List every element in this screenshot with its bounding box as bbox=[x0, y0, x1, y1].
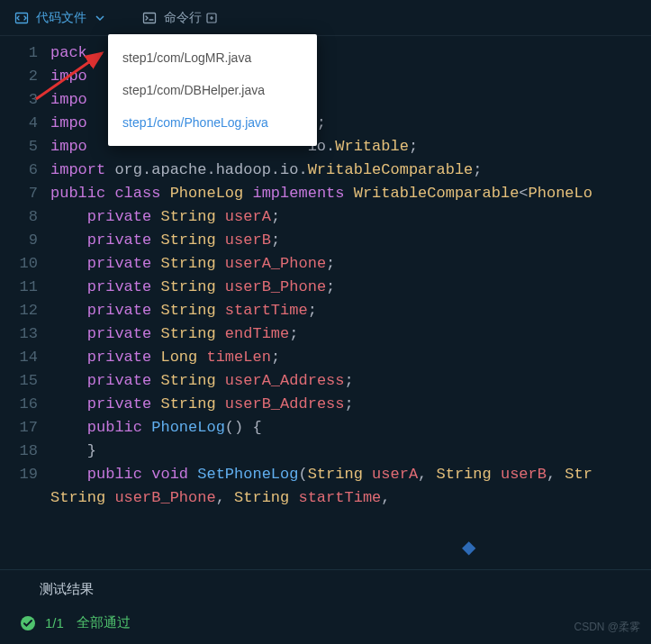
chevron-down-icon bbox=[95, 11, 104, 25]
new-tab-icon[interactable] bbox=[205, 11, 220, 25]
tab-bar: 代码文件 命令行 bbox=[0, 0, 651, 36]
line-number: 5 bbox=[0, 135, 38, 159]
code-line[interactable]: public PhoneLog() { bbox=[50, 416, 651, 440]
line-number: 18 bbox=[0, 440, 38, 463]
results-bar[interactable]: 测试结果 bbox=[0, 569, 651, 605]
line-number: 19 bbox=[0, 463, 38, 486]
line-number: 12 bbox=[0, 299, 38, 322]
code-line[interactable]: private String userA_Address; bbox=[50, 369, 651, 393]
footer: 测试结果 1/1 全部通过 CSDN @柔雾 bbox=[0, 569, 651, 644]
status-bar: 1/1 全部通过 CSDN @柔雾 bbox=[0, 605, 651, 644]
svg-rect-1 bbox=[144, 13, 156, 23]
code-line[interactable]: private String startTime; bbox=[50, 299, 651, 322]
code-line[interactable]: private String userB_Address; bbox=[50, 393, 651, 416]
line-gutter: 12345678910111213141516171819 bbox=[0, 36, 50, 554]
dropdown-item-0[interactable]: step1/com/LogMR.java bbox=[108, 41, 317, 74]
line-number: 15 bbox=[0, 369, 38, 393]
line-number: 11 bbox=[0, 276, 38, 299]
code-line[interactable]: String userB_Phone, String startTime, bbox=[50, 486, 651, 510]
line-number: 8 bbox=[0, 205, 38, 229]
line-number: 3 bbox=[0, 88, 38, 112]
code-line[interactable]: private String endTime; bbox=[50, 322, 651, 346]
code-line[interactable]: public class PhoneLog implements Writabl… bbox=[50, 182, 651, 205]
code-line[interactable]: private String userA; bbox=[50, 205, 651, 229]
code-editor[interactable]: 12345678910111213141516171819 packimpoim… bbox=[0, 36, 651, 554]
code-line[interactable]: } bbox=[50, 440, 651, 463]
code-line[interactable]: public void SetPhoneLog(String userA, St… bbox=[50, 463, 651, 486]
code-icon bbox=[14, 11, 29, 25]
check-circle-icon bbox=[20, 615, 36, 631]
line-number: 17 bbox=[0, 416, 38, 440]
dropdown-item-2[interactable]: step1/com/PhoneLog.java bbox=[108, 106, 317, 139]
line-number: 4 bbox=[0, 112, 38, 135]
code-line[interactable]: private String userA_Phone; bbox=[50, 252, 651, 276]
line-number bbox=[0, 486, 38, 510]
code-line[interactable]: import org.apache.hadoop.io.WritableComp… bbox=[50, 159, 651, 182]
test-score: 1/1 bbox=[45, 615, 64, 630]
line-number: 9 bbox=[0, 229, 38, 252]
file-dropdown: step1/com/LogMR.java step1/com/DBHelper.… bbox=[108, 34, 317, 146]
code-line[interactable]: private Long timeLen; bbox=[50, 346, 651, 369]
code-line[interactable]: private String userB_Phone; bbox=[50, 276, 651, 299]
tab-code-label: 代码文件 bbox=[36, 10, 86, 26]
line-number: 10 bbox=[0, 252, 38, 276]
line-number: 13 bbox=[0, 322, 38, 346]
tab-terminal[interactable]: 命令行 bbox=[137, 10, 225, 26]
line-number: 2 bbox=[0, 65, 38, 88]
dropdown-item-1[interactable]: step1/com/DBHelper.java bbox=[108, 74, 317, 106]
tab-code-files[interactable]: 代码文件 bbox=[9, 10, 110, 26]
watermark: CSDN @柔雾 bbox=[574, 620, 640, 635]
tab-terminal-label: 命令行 bbox=[164, 10, 202, 26]
terminal-icon bbox=[142, 11, 157, 25]
test-status: 全部通过 bbox=[77, 614, 131, 631]
line-number: 16 bbox=[0, 393, 38, 416]
line-number: 6 bbox=[0, 159, 38, 182]
line-number: 1 bbox=[0, 41, 38, 65]
results-title: 测试结果 bbox=[40, 581, 94, 596]
line-number: 7 bbox=[0, 182, 38, 205]
code-line[interactable]: private String userB; bbox=[50, 229, 651, 252]
line-number: 14 bbox=[0, 346, 38, 369]
